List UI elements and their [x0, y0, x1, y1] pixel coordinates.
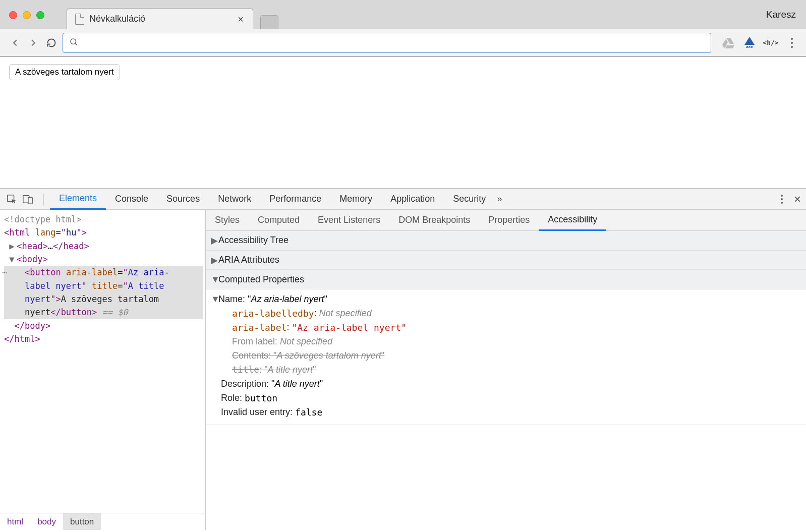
tab-performance[interactable]: Performance [260, 189, 330, 210]
svg-point-0 [71, 39, 76, 44]
acc-from-label-row: From label: Not specified [221, 335, 801, 349]
close-devtools-button[interactable]: × [794, 192, 801, 206]
tab-sources[interactable]: Sources [157, 189, 209, 210]
acc-role-row: Role: button [221, 391, 801, 405]
elements-panel: <!doctype html> <html lang="hu"> ▶<head>… [0, 210, 206, 530]
file-icon [75, 14, 84, 25]
search-icon [69, 37, 78, 48]
browser-tab[interactable]: Névkalkuláció × [67, 8, 253, 29]
axe-extension-icon[interactable]: axe [743, 37, 756, 49]
subtab-computed[interactable]: Computed [249, 210, 309, 231]
breadcrumb-button[interactable]: button [63, 513, 101, 530]
chevron-right-icon: ▶ [211, 235, 216, 246]
minimize-window-button[interactable] [23, 11, 31, 19]
tab-strip: Névkalkuláció × Karesz [0, 0, 806, 29]
dom-tree[interactable]: <!doctype html> <html lang="hu"> ▶<head>… [0, 210, 205, 513]
selected-dom-node[interactable]: ⋯ <button aria-label="Az aria- label nye… [4, 266, 203, 319]
devtools-menu-button[interactable] [781, 195, 783, 204]
subtab-dom-breakpoints[interactable]: DOM Breakpoints [389, 210, 479, 231]
window-controls [9, 11, 44, 19]
google-drive-icon[interactable] [722, 37, 734, 49]
tab-memory[interactable]: Memory [330, 189, 381, 210]
tab-security[interactable]: Security [444, 189, 495, 210]
address-bar[interactable] [63, 33, 711, 53]
more-tabs-button[interactable]: » [497, 194, 502, 204]
sidebar-tabs: Styles Computed Event Listeners DOM Brea… [206, 210, 806, 231]
dom-doctype: <!doctype html> [4, 214, 82, 224]
back-button[interactable] [8, 36, 22, 50]
browser-chrome: Névkalkuláció × Karesz [0, 0, 806, 57]
tab-network[interactable]: Network [209, 189, 260, 210]
browser-menu-button[interactable] [786, 37, 798, 49]
acc-description-row: Description: "A title nyert" [221, 377, 801, 391]
tab-application[interactable]: Application [381, 189, 444, 210]
browser-toolbar: axe <h/> [0, 29, 806, 56]
close-tab-button[interactable]: × [238, 14, 244, 24]
device-toolbar-button[interactable] [21, 193, 34, 206]
section-title: Accessibility Tree [218, 235, 289, 246]
dom-breadcrumb: html body button [0, 513, 205, 530]
maximize-window-button[interactable] [36, 11, 44, 19]
page-viewport: A szöveges tartalom nyert [0, 57, 806, 188]
html-extension-icon[interactable]: <h/> [765, 37, 777, 49]
devtools-panel: Elements Console Sources Network Perform… [0, 188, 806, 530]
acc-contents-row: Contents: "A szöveges tartalom nyert" [221, 349, 801, 363]
address-input[interactable] [83, 38, 705, 47]
svg-rect-3 [28, 197, 32, 204]
breadcrumb-html[interactable]: html [0, 513, 30, 530]
inspect-element-button[interactable] [5, 193, 18, 206]
ellipsis-icon: ⋯ [2, 266, 7, 279]
acc-name-row: ▼ Name: "Az aria-label nyert" [221, 292, 801, 307]
extension-icons: axe <h/> [722, 37, 798, 49]
tab-title: Névkalkuláció [89, 14, 145, 24]
section-title: ARIA Attributes [218, 255, 279, 265]
section-title: Computed Properties [218, 274, 304, 285]
acc-invalid-row: Invalid user entry: false [221, 405, 801, 420]
computed-properties-section: ▼Computed Properties ▼ Name: "Az aria-la… [206, 270, 806, 425]
subtab-accessibility[interactable]: Accessibility [539, 210, 606, 231]
demo-button[interactable]: A szöveges tartalom nyert [9, 64, 120, 80]
accessibility-tree-section[interactable]: ▶Accessibility Tree [206, 231, 806, 251]
devtools-tabbar: Elements Console Sources Network Perform… [0, 189, 806, 210]
acc-title-row: title: "A title nyert" [221, 363, 801, 377]
acc-aria-labelledby-row: aria-labelledby: Not specified [221, 307, 801, 321]
breadcrumb-body[interactable]: body [30, 513, 63, 530]
chevron-right-icon: ▶ [211, 255, 216, 266]
sidebar-panel: Styles Computed Event Listeners DOM Brea… [206, 210, 806, 530]
forward-button[interactable] [26, 36, 40, 50]
reload-button[interactable] [44, 36, 59, 50]
chevron-down-icon: ▼ [211, 274, 216, 285]
acc-aria-label-row: aria-label: "Az aria-label nyert" [221, 321, 801, 335]
profile-name[interactable]: Karesz [766, 9, 796, 20]
close-window-button[interactable] [9, 11, 17, 19]
subtab-styles[interactable]: Styles [206, 210, 249, 231]
chevron-down-icon: ▼ [211, 292, 216, 307]
new-tab-placeholder[interactable] [260, 15, 278, 29]
tab-elements[interactable]: Elements [50, 189, 106, 210]
aria-attributes-section[interactable]: ▶ARIA Attributes [206, 251, 806, 270]
subtab-event-listeners[interactable]: Event Listeners [309, 210, 389, 231]
tab-console[interactable]: Console [106, 189, 157, 210]
subtab-properties[interactable]: Properties [479, 210, 539, 231]
